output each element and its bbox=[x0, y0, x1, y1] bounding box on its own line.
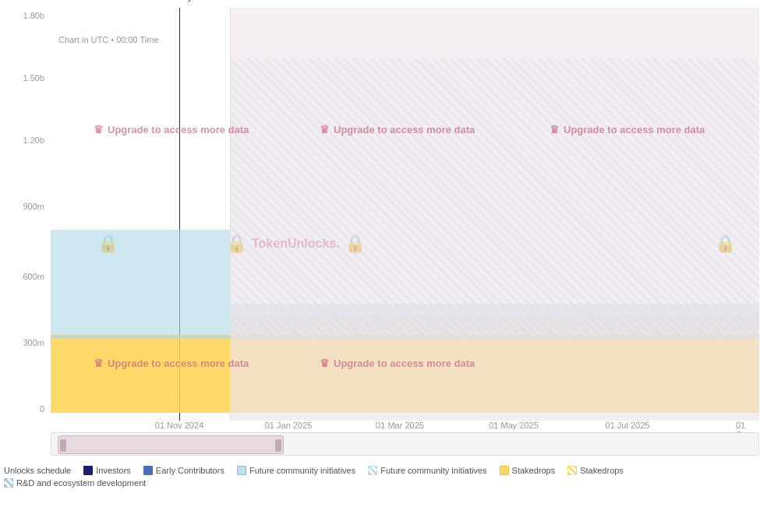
legend-swatch-early-contributors bbox=[143, 466, 153, 475]
chart-container: 1.80b 1.50b 1.20b 900m 600m 300m 0 Today… bbox=[0, 0, 767, 532]
scrollbar-thumb[interactable]: ⋮ bbox=[58, 435, 284, 454]
x-label-2: 01 Jan 2025 bbox=[265, 421, 313, 430]
legend-swatch-community-solid bbox=[237, 466, 246, 475]
scrollbar-handle-right[interactable] bbox=[275, 439, 281, 452]
legend-item-stakedrops-striped: Stakedrops bbox=[567, 466, 624, 475]
legend-item-community-solid: Future community initiatives bbox=[237, 466, 355, 475]
y-label-0: 0 bbox=[40, 404, 44, 414]
crown-icon-1: ♛ bbox=[94, 123, 104, 136]
legend-swatch-rd bbox=[4, 478, 13, 488]
x-label-3: 01 Mar 2025 bbox=[376, 421, 424, 430]
legend-item-community-striped: Future community initiatives bbox=[368, 466, 486, 475]
legend-item-investors: Investors bbox=[83, 466, 131, 475]
legend: Unlocks schedule Investors Early Contrib… bbox=[4, 466, 763, 488]
scrollbar-handle-left[interactable]: ⋮ bbox=[60, 439, 66, 452]
chart-plot-area: Today Chart in UTC • 00:00 Time ♛ Upgrad… bbox=[51, 8, 759, 421]
legend-swatch-investors bbox=[83, 466, 93, 475]
legend-item-stakedrops-solid: Stakedrops bbox=[500, 466, 556, 475]
chart-subtitle: Chart in UTC • 00:00 Time bbox=[58, 35, 159, 44]
y-label-300: 300m bbox=[23, 338, 44, 347]
legend-swatch-community-striped bbox=[368, 466, 377, 475]
legend-item-early-contributors: Early Contributors bbox=[143, 466, 224, 475]
y-label-600: 600m bbox=[23, 272, 44, 281]
legend-label-community-solid: Future community initiatives bbox=[249, 466, 355, 475]
today-label: Today bbox=[168, 0, 193, 2]
legend-label-stakedrops-solid: Stakedrops bbox=[512, 466, 556, 475]
y-label-150: 1.50b bbox=[23, 73, 44, 83]
legend-label-stakedrops-striped: Stakedrops bbox=[580, 466, 624, 475]
legend-swatch-stakedrops-striped bbox=[567, 466, 577, 475]
legend-item-unlocks: Unlocks schedule bbox=[4, 466, 71, 475]
legend-label-community-striped: Future community initiatives bbox=[380, 466, 486, 475]
legend-label-unlocks: Unlocks schedule bbox=[4, 466, 71, 475]
x-label-1: 01 Nov 2024 bbox=[155, 421, 203, 430]
y-axis: 1.80b 1.50b 1.20b 900m 600m 300m 0 bbox=[0, 8, 51, 421]
upgrade-overlay bbox=[230, 8, 759, 421]
legend-label-early-contributors: Early Contributors bbox=[156, 466, 224, 475]
x-label-5: 01 Jul 2025 bbox=[606, 421, 650, 430]
legend-swatch-stakedrops-solid bbox=[500, 466, 509, 475]
upgrade-text-1[interactable]: ♛ Upgrade to access more data bbox=[94, 123, 249, 136]
y-label-180: 1.80b bbox=[23, 11, 44, 20]
y-label-120: 1.20b bbox=[23, 136, 44, 145]
y-label-900: 900m bbox=[23, 202, 44, 211]
scrollbar[interactable]: ⋮ bbox=[51, 432, 759, 456]
community-band-left bbox=[51, 230, 230, 339]
legend-item-rd: R&D and ecosystem development bbox=[4, 478, 146, 488]
legend-label-rd: R&D and ecosystem development bbox=[16, 478, 146, 488]
x-label-4: 01 May 2025 bbox=[489, 421, 539, 430]
legend-label-investors: Investors bbox=[96, 466, 131, 475]
